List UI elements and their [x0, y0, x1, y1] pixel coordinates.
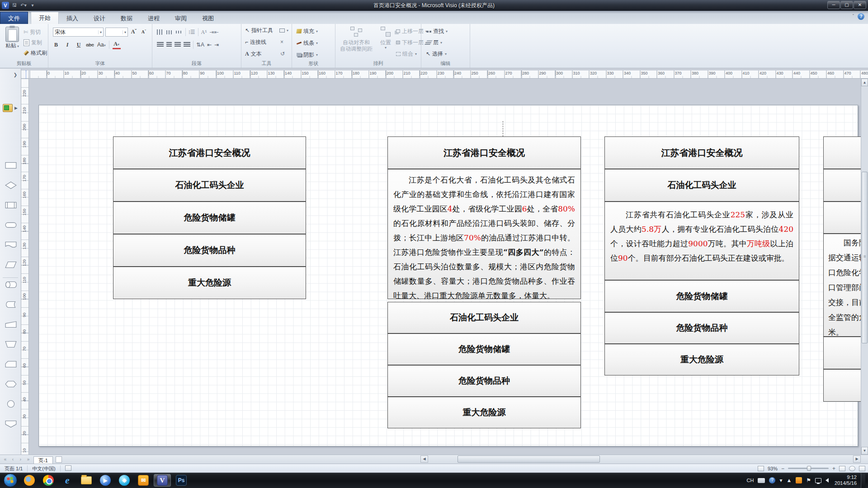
customize-qat-button[interactable]: ▾	[29, 2, 36, 9]
zoom-window-button[interactable]	[849, 466, 855, 471]
outlook-tray-icon[interactable]	[796, 477, 802, 483]
line-button[interactable]: 线条▾	[297, 38, 318, 47]
align-middle-icon[interactable]	[166, 30, 173, 34]
taskbar-outlook-icon[interactable]: ✉	[135, 474, 152, 487]
select-button[interactable]: ↖ 选择▾	[426, 49, 447, 58]
status-language[interactable]: 中文(中国)	[28, 465, 60, 472]
indent-icons[interactable]: ⇥⇤	[209, 29, 218, 35]
insert-page-button[interactable]	[56, 456, 62, 463]
page-tab[interactable]: 页-1	[33, 456, 53, 464]
network-icon[interactable]	[815, 478, 821, 483]
stencil-shape-connector[interactable]	[5, 399, 17, 408]
shape-col3-paragraph[interactable]: 江苏省共有石油化工码头企业225家，涉及从业人员大约5.8万人，拥有专业化石油化…	[604, 202, 799, 280]
shape-col2-item[interactable]: 石油化工码头企业	[387, 302, 581, 333]
tab-review[interactable]: 审阅	[167, 13, 194, 24]
stencil-shape-off-page-reference[interactable]	[5, 419, 17, 428]
italic-button[interactable]: I	[63, 41, 71, 49]
shrink-font-button[interactable]: Aˇ	[140, 28, 148, 36]
show-desktop-button[interactable]	[861, 473, 865, 488]
align-center-icon[interactable]	[166, 42, 172, 47]
character-spacing-icon[interactable]: A⁵	[201, 29, 207, 36]
stencil-shape-document[interactable]	[5, 240, 17, 249]
position-button[interactable]: 位置 ▾	[377, 26, 394, 50]
fit-page-button[interactable]	[839, 466, 845, 471]
stencil-icon[interactable]	[3, 104, 13, 112]
taskbar-visio-icon-active[interactable]: V	[154, 474, 171, 487]
font-color-button[interactable]: A▾	[113, 41, 121, 49]
connection-point-button[interactable]: ×	[280, 38, 283, 47]
font-name-combo[interactable]: 宋体▾	[53, 28, 104, 37]
language-bar-options-icon[interactable]: ▾	[779, 477, 782, 483]
restore-button[interactable]: ▢	[840, 1, 853, 9]
connector-button[interactable]: ⌐连接线	[245, 38, 266, 47]
action-center-flag-icon[interactable]: ⚑	[806, 477, 811, 483]
align-top-icon[interactable]	[157, 29, 164, 35]
status-macro-icon[interactable]	[61, 465, 76, 472]
group-button[interactable]: 组合▾	[396, 49, 417, 58]
format-painter-button[interactable]: 格式刷	[24, 48, 47, 57]
align-right-icon[interactable]	[175, 42, 181, 47]
shape-col2-item[interactable]: 危险货物储罐	[387, 333, 581, 365]
tab-view[interactable]: 视图	[194, 13, 222, 24]
vertical-scroll-thumb[interactable]	[862, 172, 868, 343]
vertical-scrollbar[interactable]: ▲ ▼	[861, 79, 868, 455]
pointer-tool-button[interactable]: ↖指针工具	[245, 26, 273, 35]
align-bottom-icon[interactable]	[176, 31, 183, 33]
stencil-shape-direct-data[interactable]	[5, 280, 17, 289]
strikethrough-button[interactable]: abc	[86, 41, 94, 49]
tab-process[interactable]: 进程	[140, 13, 167, 24]
last-page-button[interactable]: »	[25, 457, 32, 462]
underline-button[interactable]: U	[75, 41, 83, 49]
start-button[interactable]	[4, 474, 17, 487]
undo-button[interactable]: ↶▾	[20, 2, 27, 9]
minimize-button[interactable]: ─	[827, 1, 840, 9]
expand-shapes-panel-button[interactable]: ❯	[12, 71, 19, 79]
text-tool-button[interactable]: A文本	[245, 49, 262, 58]
shape-col2-title[interactable]: 江苏省港口安全概况	[387, 136, 581, 169]
stencil-shape-decision[interactable]	[5, 181, 17, 190]
visio-app-icon[interactable]: V	[2, 2, 9, 9]
zoom-slider-knob[interactable]	[807, 466, 811, 471]
increase-indent-icon[interactable]: ⇥	[214, 42, 219, 48]
stencil-shape-subprocess[interactable]	[5, 201, 17, 210]
auto-align-button[interactable]: 自动对齐和 自动调整间距	[337, 26, 375, 52]
show-hidden-icons-button[interactable]: ▲	[786, 477, 792, 483]
close-button[interactable]: ✕	[854, 1, 866, 9]
shape-col2-item[interactable]: 重大危险源	[387, 397, 581, 428]
language-bar-help-icon[interactable]: ?	[769, 477, 775, 483]
volume-icon[interactable]	[826, 478, 829, 483]
cut-button[interactable]: ✄剪切	[24, 28, 41, 37]
align-left-icon[interactable]	[157, 42, 164, 47]
zoom-out-button[interactable]: −	[781, 466, 784, 471]
save-button[interactable]: 🖫	[11, 2, 18, 9]
shape-col3-item-top[interactable]: 石油化工码头企业	[604, 169, 799, 202]
keyboard-layout-icon[interactable]	[758, 478, 765, 483]
tab-home[interactable]: 开始	[31, 12, 59, 24]
shape-col1-item[interactable]: 石油化工码头企业	[113, 169, 306, 202]
rotate-tool-button[interactable]: ↺	[280, 49, 285, 58]
stencil-shape-process[interactable]	[5, 161, 17, 170]
decrease-indent-icon[interactable]: ⇤	[207, 42, 212, 48]
find-button[interactable]: 查找▾	[426, 27, 448, 36]
tab-file[interactable]: 文件	[0, 12, 28, 24]
scroll-right-button[interactable]: ▶	[853, 455, 861, 463]
shape-col1-item[interactable]: 危险货物品种	[113, 234, 306, 267]
horizontal-scroll-thumb[interactable]	[458, 455, 600, 463]
zoom-slider[interactable]	[788, 468, 829, 469]
change-case-button[interactable]: Aa▾	[97, 41, 106, 49]
shape-col3-title[interactable]: 江苏省港口安全概况	[604, 136, 799, 169]
shape-col1-title[interactable]: 江苏省港口安全概况	[113, 136, 306, 169]
taskbar-photoshop-icon[interactable]: Ps	[173, 474, 190, 487]
tab-insert[interactable]: 插入	[59, 13, 86, 24]
ime-language-indicator[interactable]: CH	[746, 478, 754, 483]
stencil-shape-start-end[interactable]	[5, 221, 17, 230]
taskbar-explorer-icon[interactable]	[78, 474, 95, 487]
taskbar-messenger-icon[interactable]: ❉	[116, 474, 133, 487]
shape-col1-item[interactable]: 重大危险源	[113, 267, 306, 299]
taskbar-clock[interactable]: 9:12 2014/5/16	[833, 474, 857, 486]
zoom-level[interactable]: 93%	[768, 466, 778, 471]
font-size-combo[interactable]: ▾	[105, 28, 128, 37]
taskbar-chrome-icon[interactable]	[40, 474, 57, 487]
stencil-shape-manual-operation[interactable]	[5, 340, 17, 349]
scroll-down-button[interactable]: ▼	[861, 447, 868, 455]
